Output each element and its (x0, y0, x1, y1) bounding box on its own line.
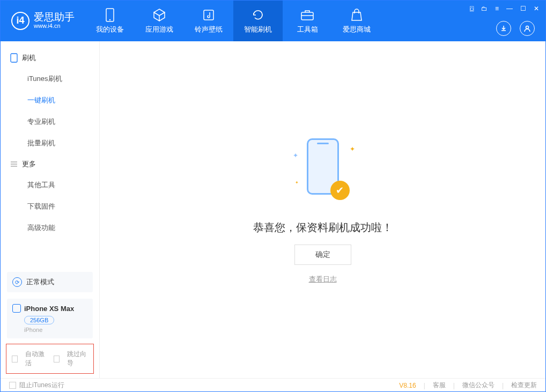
sidebar-section-flash: 刷机 (1, 48, 99, 68)
music-icon (202, 8, 215, 23)
phone-icon (10, 53, 18, 63)
sidebar-item-itunes-flash[interactable]: iTunes刷机 (1, 68, 99, 90)
nav-apps-games[interactable]: 应用游戏 (135, 1, 184, 41)
device-mode-panel: ⟳ 正常模式 (7, 272, 93, 292)
sidebar-item-batch-flash[interactable]: 批量刷机 (1, 132, 99, 154)
block-itunes-checkbox[interactable] (9, 382, 16, 389)
nav-smart-flash[interactable]: 智能刷机 (233, 1, 283, 41)
nav-ringtones-wallpapers[interactable]: 铃声壁纸 (184, 1, 233, 41)
auto-activate-label: 自动激活 (25, 350, 46, 368)
view-log-link[interactable]: 查看日志 (309, 275, 337, 284)
block-itunes-label: 阻止iTunes运行 (19, 381, 64, 390)
header-actions (496, 21, 535, 36)
toolbox-icon (300, 8, 314, 23)
sparkle-icon: ✦ (350, 145, 355, 153)
nav-store[interactable]: 爱思商城 (332, 1, 381, 41)
sidebar-item-download-firmware[interactable]: 下载固件 (1, 196, 99, 217)
cube-icon (152, 8, 166, 23)
sidebar-item-oneclick-flash[interactable]: 一键刷机 (1, 90, 99, 111)
device-name-label: iPhone XS Max (24, 305, 74, 313)
device-storage-badge: 256GB (24, 316, 54, 324)
maximize-icon[interactable]: ☐ (520, 5, 526, 12)
sparkle-icon: ✦ (295, 180, 299, 185)
app-header: i4 爱思助手 www.i4.cn 我的设备 应用游戏 铃声壁纸 智能刷机 工具… (1, 1, 545, 41)
sidebar-item-pro-flash[interactable]: 专业刷机 (1, 111, 99, 132)
nav-my-device[interactable]: 我的设备 (85, 1, 135, 41)
success-message: 恭喜您，保资料刷机成功啦！ (253, 220, 393, 235)
options-highlight-box: 自动激活 跳过向导 (6, 344, 94, 374)
sparkle-icon: ✦ (293, 152, 298, 159)
sidebar-section-more: 更多 (1, 154, 99, 174)
device-info-panel: iPhone XS Max 256GB iPhone (7, 299, 93, 338)
skip-guide-checkbox[interactable] (54, 356, 60, 363)
skip-guide-label: 跳过向导 (67, 350, 88, 368)
status-bar: 阻止iTunes运行 V8.16 | 客服 | 微信公众号 | 检查更新 (1, 378, 545, 392)
device-type-label: iPhone (24, 327, 87, 333)
main-content: ✦ ✦ ✦ ✔ 恭喜您，保资料刷机成功啦！ 确定 查看日志 (100, 41, 545, 378)
svg-rect-3 (301, 12, 313, 20)
lock-icon[interactable]: 🗀 (481, 5, 488, 12)
wechat-link[interactable]: 微信公众号 (462, 381, 495, 390)
close-icon[interactable]: ✕ (534, 5, 539, 12)
check-badge-icon: ✔ (330, 181, 350, 200)
success-illustration: ✦ ✦ ✦ ✔ (291, 136, 355, 200)
device-small-icon (12, 304, 21, 313)
svg-point-1 (109, 19, 110, 20)
bag-icon (351, 8, 363, 23)
tshirt-icon[interactable]: ⌼ (470, 5, 474, 12)
svg-rect-6 (11, 54, 17, 62)
menu-icon[interactable]: ≡ (495, 5, 499, 12)
auto-activate-checkbox[interactable] (12, 356, 18, 363)
sidebar: 刷机 iTunes刷机 一键刷机 专业刷机 批量刷机 更多 其他工具 下载固件 … (1, 41, 100, 378)
version-label: V8.16 (399, 382, 416, 389)
sidebar-item-advanced[interactable]: 高级功能 (1, 217, 99, 239)
support-link[interactable]: 客服 (433, 381, 446, 390)
refresh-icon (252, 8, 264, 23)
sidebar-item-other-tools[interactable]: 其他工具 (1, 174, 99, 196)
app-logo: i4 爱思助手 www.i4.cn (11, 12, 75, 30)
svg-point-5 (526, 26, 529, 29)
nav-toolbox[interactable]: 工具箱 (283, 1, 332, 41)
list-icon (10, 160, 18, 168)
app-title: 爱思助手 (34, 12, 75, 22)
svg-rect-2 (204, 10, 213, 20)
mode-icon: ⟳ (12, 277, 22, 287)
logo-icon: i4 (11, 12, 29, 30)
device-icon (106, 8, 114, 23)
user-button[interactable] (520, 21, 535, 36)
app-subtitle: www.i4.cn (34, 22, 75, 30)
download-button[interactable] (496, 21, 511, 36)
main-nav: 我的设备 应用游戏 铃声壁纸 智能刷机 工具箱 爱思商城 (85, 1, 381, 41)
window-controls: ⌼ 🗀 ≡ — ☐ ✕ (470, 5, 539, 12)
check-update-link[interactable]: 检查更新 (511, 381, 537, 390)
device-mode-label: 正常模式 (26, 277, 54, 287)
confirm-button[interactable]: 确定 (294, 245, 351, 265)
minimize-icon[interactable]: — (506, 5, 513, 12)
